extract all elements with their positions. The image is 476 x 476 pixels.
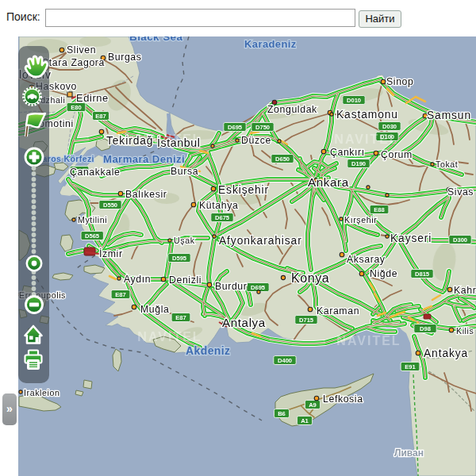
- svg-text:Lefkosia: Lefkosia: [323, 393, 363, 405]
- svg-text:D650: D650: [275, 155, 290, 163]
- svg-text:Konya: Konya: [291, 271, 329, 285]
- svg-text:Aydın: Aydın: [124, 274, 151, 285]
- svg-text:Mytilini: Mytilini: [78, 215, 107, 225]
- svg-text:D010: D010: [347, 97, 361, 104]
- svg-text:Samsun: Samsun: [427, 109, 471, 121]
- svg-text:Uşak: Uşak: [174, 236, 195, 245]
- svg-text:Muğla: Muğla: [140, 304, 170, 315]
- svg-text:E91: E91: [405, 363, 416, 370]
- svg-text:Tekirdağ: Tekirdağ: [106, 135, 153, 147]
- svg-text:Niğde: Niğde: [370, 268, 397, 279]
- svg-text:D595: D595: [172, 255, 187, 262]
- svg-text:Kütahya: Kütahya: [199, 200, 238, 211]
- svg-text:D300: D300: [453, 236, 467, 244]
- svg-text:D030: D030: [382, 123, 397, 130]
- svg-text:A1: A1: [301, 417, 309, 424]
- svg-text:Sinop: Sinop: [386, 76, 413, 87]
- svg-text:Sliven: Sliven: [67, 44, 96, 56]
- svg-text:E87: E87: [95, 113, 106, 120]
- svg-text:Çorum: Çorum: [381, 149, 413, 160]
- svg-text:D550: D550: [103, 202, 117, 209]
- svg-text:Afyonkarahisar: Afyonkarahisar: [219, 235, 302, 247]
- svg-text:NAVITEL: NAVITEL: [137, 330, 202, 344]
- svg-text:Kahramanm: Kahramanm: [454, 285, 476, 296]
- svg-text:Denizli: Denizli: [169, 274, 202, 286]
- svg-text:D675: D675: [215, 214, 230, 221]
- svg-text:İstanbul: İstanbul: [157, 136, 201, 149]
- svg-text:Kırşehir: Kırşehir: [344, 215, 377, 225]
- svg-text:Çankırı: Çankırı: [330, 147, 365, 158]
- svg-text:Ankara: Ankara: [308, 175, 349, 189]
- svg-text:Aksaray: Aksaray: [347, 254, 386, 265]
- svg-text:Ливан: Ливан: [394, 447, 424, 459]
- svg-text:Burgas: Burgas: [108, 52, 142, 63]
- svg-text:B6: B6: [278, 410, 286, 417]
- svg-text:Burdur: Burdur: [215, 281, 248, 292]
- svg-text:Kayseri: Kayseri: [390, 232, 432, 244]
- svg-text:İzmir: İzmir: [99, 248, 123, 259]
- svg-text:Balıkesir: Balıkesir: [125, 189, 167, 200]
- svg-text:NAVITEL: NAVITEL: [336, 334, 401, 347]
- svg-text:Bursa: Bursa: [171, 166, 198, 177]
- svg-text:Düzce: Düzce: [241, 135, 271, 146]
- svg-text:Çanakkale: Çanakkale: [70, 167, 121, 178]
- svg-text:E88: E88: [374, 206, 385, 213]
- svg-text:Black Sea: Black Sea: [129, 36, 182, 43]
- svg-text:Zonguldak: Zonguldak: [267, 104, 317, 115]
- svg-text:Kastamonu: Kastamonu: [336, 109, 398, 121]
- svg-text:Tokat: Tokat: [436, 159, 458, 169]
- svg-text:D400: D400: [278, 357, 292, 364]
- svg-text:Sivas: Sivas: [447, 186, 474, 198]
- svg-text:Karadeniz: Karadeniz: [244, 38, 297, 50]
- svg-text:D695: D695: [228, 124, 243, 131]
- svg-text:E87: E87: [175, 314, 186, 321]
- svg-text:D98: D98: [420, 325, 431, 332]
- svg-text:Karaman: Karaman: [317, 305, 359, 317]
- svg-text:A9: A9: [309, 401, 317, 409]
- svg-text:D815: D815: [415, 271, 430, 278]
- svg-text:D715: D715: [299, 317, 314, 324]
- svg-text:D565: D565: [85, 232, 100, 240]
- svg-text:Antakya: Antakya: [424, 347, 468, 359]
- svg-text:E87: E87: [115, 291, 126, 298]
- svg-text:Edirne: Edirne: [76, 92, 109, 104]
- svg-text:D750: D750: [255, 124, 270, 131]
- svg-text:Kilis: Kilis: [456, 326, 474, 336]
- svg-text:Eskişehir: Eskişehir: [218, 184, 269, 196]
- svg-text:Antalya: Antalya: [222, 316, 266, 329]
- svg-text:D190: D190: [351, 160, 366, 167]
- svg-text:NAVITEL: NAVITEL: [334, 132, 398, 146]
- svg-text:Akdeniz: Akdeniz: [186, 344, 230, 357]
- svg-text:E80: E80: [71, 104, 82, 111]
- svg-text:Marmara Denizi: Marmara Denizi: [103, 153, 185, 165]
